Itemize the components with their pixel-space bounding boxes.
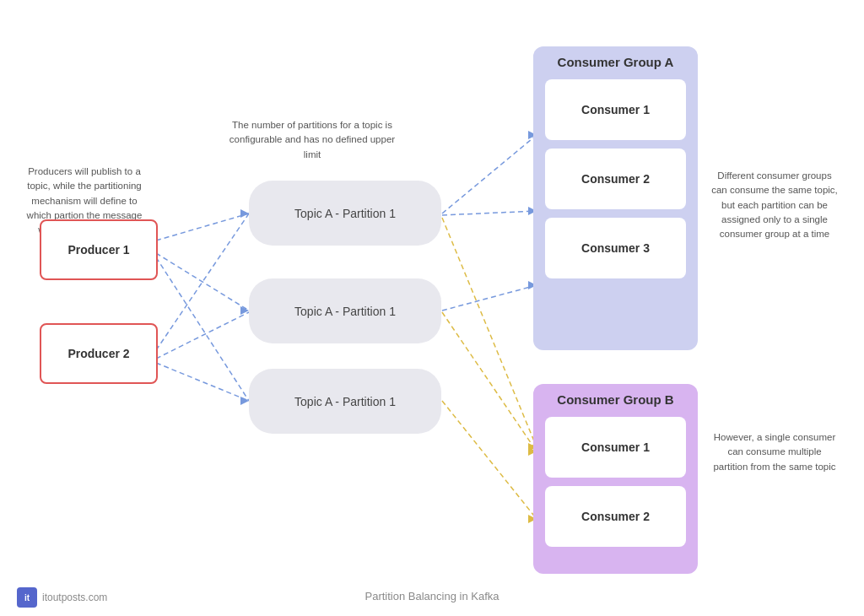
producer-2-label: Producer 2 [68,347,129,360]
partition-1-box: Topic A - Partition 1 [249,181,441,246]
site-logo-icon: it [17,587,37,608]
svg-line-11 [442,285,537,311]
consumer-a2-label: Consumer 2 [581,172,650,186]
svg-line-0 [156,213,249,240]
partition-3-box: Topic A - Partition 1 [249,369,441,434]
consumer-group-a-annotation: Different consumer groups can consume th… [711,169,838,241]
svg-line-17 [442,401,537,519]
svg-line-2 [156,257,249,401]
svg-line-4 [156,312,249,359]
partition-2-box: Topic A - Partition 1 [249,278,441,343]
consumer-a2-box: Consumer 2 [545,149,686,209]
consumer-group-a: Consumer Group A Consumer 1 Consumer 2 C… [533,46,698,350]
site-name: itoutposts.com [42,592,107,603]
svg-marker-6 [240,209,249,218]
diagram: Producers will publish to a topic, while… [0,0,864,616]
consumer-b2-label: Consumer 2 [581,510,650,523]
partitions-annotation: The number of partitions for a topic is … [228,118,397,162]
svg-line-3 [156,213,249,350]
consumer-group-a-title: Consumer Group A [545,55,686,69]
consumer-group-b-title: Consumer Group B [545,392,686,407]
footer-logo: it itoutposts.com [17,587,107,608]
producer-1-box: Producer 1 [40,219,158,280]
consumer-group-b: Consumer Group B Consumer 1 Consumer 2 [533,384,698,574]
svg-line-5 [156,363,249,401]
svg-line-9 [442,135,537,213]
partition-2-label: Topic A - Partition 1 [294,305,396,318]
consumer-b2-box: Consumer 2 [545,486,686,547]
consumer-group-b-annotation: However, a single consumer can consume m… [711,430,838,474]
producer-2-box: Producer 2 [40,323,158,384]
consumer-b1-label: Consumer 1 [581,440,650,454]
svg-line-1 [156,253,249,311]
consumer-a1-box: Consumer 1 [545,79,686,140]
producer-1-label: Producer 1 [68,243,129,257]
consumer-a3-box: Consumer 3 [545,218,686,278]
footer-label: Partition Balancing in Kafka [0,590,864,602]
partition-3-label: Topic A - Partition 1 [294,395,396,408]
svg-line-10 [442,211,537,215]
svg-line-16 [442,312,537,451]
partition-1-label: Topic A - Partition 1 [294,207,396,220]
svg-line-15 [442,218,537,447]
svg-marker-7 [240,306,249,315]
consumer-a1-label: Consumer 1 [581,103,650,116]
consumer-b1-box: Consumer 1 [545,417,686,478]
consumer-a3-label: Consumer 3 [581,241,650,255]
svg-marker-8 [240,397,249,405]
